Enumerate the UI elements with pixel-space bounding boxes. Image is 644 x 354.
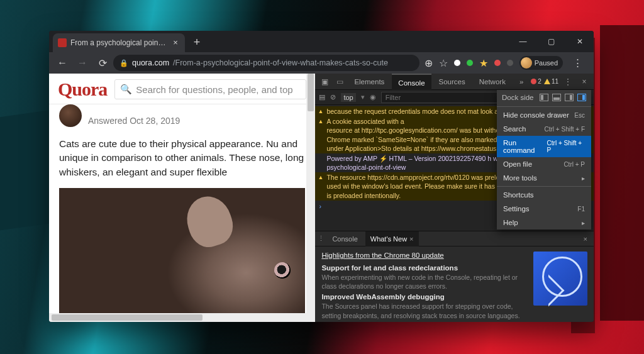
content-split: Quora 🔍 Search for questions, people, an… (49, 74, 594, 322)
chrome-window: From a psychological point of vie × + — … (49, 31, 594, 322)
profile-chip[interactable]: Paused (519, 56, 563, 70)
devtools-drawer: ⋮ Console What's New× × Highlights from … (315, 231, 594, 322)
extension-icon-2[interactable] (467, 60, 473, 66)
devtools-tabstrip: ▣ ▭ Elements Console Sources Network » 2… (315, 74, 594, 90)
drawer-tabstrip: ⋮ Console What's New× × (315, 231, 594, 246)
back-button[interactable]: ← (53, 54, 72, 72)
close-icon[interactable]: × (409, 235, 413, 243)
error-count-badge[interactable]: 2 (531, 78, 541, 85)
extension-icon-5[interactable] (507, 60, 513, 66)
menu-search[interactable]: SearchCtrl + Shift + F (497, 122, 591, 136)
devtools-panel: ▣ ▭ Elements Console Sources Network » 2… (315, 74, 594, 322)
page-horizontal-scrollbar[interactable] (49, 313, 306, 322)
whatsnew-item-body: The Sources panel has increased support … (321, 302, 527, 319)
tab-network[interactable]: Network (473, 74, 512, 90)
address-bar[interactable]: 🔒 quora.com/From-a-psychological-point-o… (113, 55, 419, 71)
console-sidebar-icon[interactable]: ▤ (319, 93, 325, 101)
window-close-button[interactable]: ✕ (565, 31, 594, 52)
warning-count-badge[interactable]: 11 (544, 78, 558, 85)
dock-bottom-icon[interactable] (552, 94, 561, 101)
menu-more-tools[interactable]: More tools▸ (497, 171, 591, 185)
dock-side-label: Dock side (502, 94, 534, 101)
tab-console[interactable]: Console (392, 74, 431, 90)
dock-undock-icon[interactable] (540, 94, 548, 101)
dock-right-icon[interactable] (577, 94, 586, 101)
tab-title: From a psychological point of vie (70, 38, 167, 47)
quora-logo[interactable]: Quora (58, 79, 107, 100)
extension-icon-3[interactable]: ★ (479, 57, 488, 69)
chrome-menu-button[interactable]: ⋮ (569, 57, 586, 69)
profile-label: Paused (535, 59, 558, 67)
drawer-close-icon[interactable]: × (580, 235, 591, 243)
answer-text: Cats are cute due to their physical appe… (59, 137, 305, 179)
menu-help[interactable]: Help▸ (497, 216, 591, 230)
new-tab-button[interactable]: + (189, 35, 205, 51)
extension-icon-4[interactable] (494, 60, 501, 66)
window-minimize-button[interactable]: — (509, 31, 537, 52)
toolbar-icons: ⊕ ☆ ★ Paused ⋮ (421, 56, 590, 70)
drawer-tab-console[interactable]: Console (327, 231, 362, 246)
devtools-more-menu: Dock side Hide console drawerEsc SearchC… (497, 90, 591, 230)
url-domain: quora.com (132, 58, 169, 67)
tab-elements[interactable]: Elements (348, 74, 391, 90)
window-maximize-button[interactable]: ▢ (537, 31, 565, 52)
answer-image (59, 188, 305, 320)
clear-console-icon[interactable]: ⊘ (330, 93, 336, 101)
whatsnew-promo-image (533, 252, 587, 306)
answered-date: Answered Oct 28, 2019 (88, 116, 180, 126)
page-vertical-scrollbar[interactable] (306, 74, 315, 322)
author-avatar[interactable] (59, 104, 82, 127)
search-icon: 🔍 (120, 84, 132, 95)
menu-run-command[interactable]: Run commandCtrl + Shift + P (497, 136, 591, 157)
quora-header: Quora 🔍 Search for questions, people, an… (49, 74, 315, 104)
web-page: Quora 🔍 Search for questions, people, an… (49, 74, 315, 322)
live-expression-icon[interactable]: ◉ (370, 93, 376, 101)
search-placeholder: Search for questions, people, and top (136, 84, 292, 95)
whatsnew-body: Highlights from the Chrome 80 update Sup… (315, 246, 594, 322)
whatsnew-item-title: Support for let and class redeclarations (321, 264, 527, 272)
reload-button[interactable]: ⟳ (93, 54, 112, 72)
avatar-icon (521, 57, 532, 69)
bookmark-icon[interactable]: ☆ (439, 57, 448, 69)
quora-search-input[interactable]: 🔍 Search for questions, people, and top (114, 79, 306, 99)
answer-block: Answered Oct 28, 2019 Cats are cute due … (49, 104, 315, 320)
tab-sources[interactable]: Sources (433, 74, 472, 90)
devtools-settings-icon[interactable]: ⋮ (561, 77, 575, 86)
extension-icon-1[interactable] (454, 60, 460, 66)
browser-tab[interactable]: From a psychological point of vie × (53, 33, 185, 52)
context-selector[interactable]: top (341, 93, 355, 102)
device-toggle-icon[interactable]: ▭ (333, 77, 347, 86)
whatsnew-headline: Highlights from the Chrome 80 update (321, 252, 527, 259)
menu-hide-drawer[interactable]: Hide console drawerEsc (497, 108, 591, 122)
drawer-tab-whatsnew[interactable]: What's New× (365, 231, 419, 246)
window-controls: — ▢ ✕ (509, 31, 594, 52)
toolbar: ← → ⟳ 🔒 quora.com/From-a-psychological-p… (49, 52, 594, 74)
menu-open-file[interactable]: Open fileCtrl + P (497, 157, 591, 171)
dock-side-row: Dock side (497, 90, 591, 105)
lock-icon: 🔒 (119, 59, 128, 67)
whatsnew-item-title: Improved WebAssembly debugging (321, 293, 527, 301)
menu-shortcuts[interactable]: Shortcuts (497, 188, 591, 202)
whatsnew-item-body: When experimenting with new code in the … (321, 273, 527, 290)
inspect-element-icon[interactable]: ▣ (318, 77, 331, 86)
tab-close-icon[interactable]: × (171, 38, 180, 47)
tab-overflow[interactable]: » (513, 74, 530, 90)
devtools-close-icon[interactable]: × (577, 77, 591, 86)
zoom-icon[interactable]: ⊕ (425, 57, 433, 69)
tab-favicon (58, 38, 67, 47)
dock-left-icon[interactable] (565, 94, 574, 101)
titlebar: From a psychological point of vie × + — … (49, 31, 594, 52)
menu-settings[interactable]: SettingsF1 (497, 202, 591, 216)
forward-button[interactable]: → (73, 54, 92, 72)
url-path: /From-a-psychological-point-of-view-what… (173, 58, 388, 67)
drawer-menu-icon[interactable]: ⋮ (318, 235, 325, 243)
